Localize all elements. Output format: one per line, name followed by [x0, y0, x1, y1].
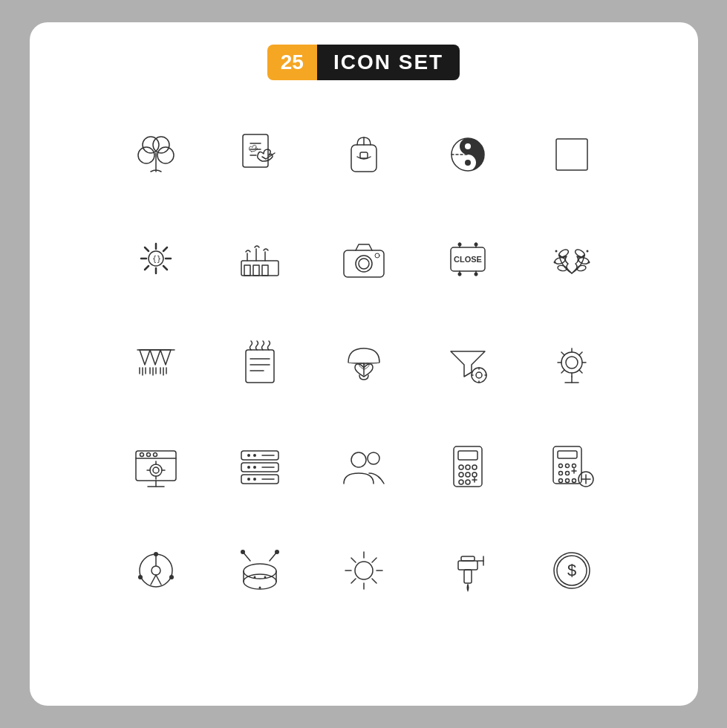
icon-grid: {} — [104, 103, 624, 623]
svg-point-159 — [355, 562, 373, 579]
svg-point-117 — [472, 465, 477, 469]
title: ICON SET — [317, 45, 460, 80]
svg-line-166 — [372, 558, 376, 562]
camera-icon — [312, 207, 416, 311]
svg-marker-52 — [150, 350, 160, 365]
svg-point-120 — [472, 472, 477, 477]
calculator-icon — [416, 415, 520, 519]
svg-point-2 — [138, 147, 154, 163]
svg-point-121 — [459, 480, 463, 484]
wheel-icon — [104, 519, 208, 623]
svg-point-155 — [275, 550, 279, 554]
svg-point-105 — [253, 466, 256, 469]
svg-point-118 — [459, 472, 463, 477]
svg-point-68 — [472, 368, 486, 383]
svg-point-48 — [553, 261, 555, 264]
svg-text:$: $ — [567, 561, 576, 579]
svg-point-3 — [157, 147, 174, 163]
svg-point-14 — [465, 160, 471, 166]
svg-rect-16 — [556, 139, 587, 170]
svg-rect-114 — [458, 451, 477, 460]
svg-point-74 — [566, 357, 578, 368]
svg-point-136 — [572, 479, 576, 483]
svg-point-41 — [573, 248, 585, 259]
svg-rect-22 — [262, 265, 268, 276]
users-icon — [312, 415, 416, 519]
svg-rect-169 — [464, 570, 472, 583]
drum-icon — [208, 519, 312, 623]
svg-point-116 — [466, 465, 470, 469]
svg-line-165 — [372, 579, 376, 583]
svg-line-80 — [561, 352, 564, 355]
svg-point-107 — [253, 478, 256, 481]
svg-point-1 — [153, 137, 169, 153]
svg-point-127 — [558, 464, 562, 468]
calculator-plus-icon — [520, 415, 624, 519]
svg-rect-126 — [558, 451, 577, 458]
svg-point-135 — [565, 479, 569, 483]
svg-point-112 — [368, 452, 379, 464]
svg-point-128 — [565, 464, 569, 468]
svg-point-102 — [247, 454, 250, 457]
svg-point-131 — [565, 472, 569, 475]
svg-rect-21 — [253, 265, 259, 276]
svg-point-49 — [587, 261, 590, 264]
svg-point-129 — [572, 464, 576, 468]
svg-rect-26 — [344, 250, 384, 277]
svg-marker-53 — [160, 350, 171, 365]
svg-point-141 — [151, 566, 160, 575]
svg-rect-63 — [246, 350, 274, 383]
square-icon — [520, 103, 624, 207]
svg-line-83 — [579, 370, 582, 373]
svg-text:{}: {} — [152, 255, 161, 263]
svg-point-73 — [476, 372, 482, 378]
umbrella-heart-icon — [312, 311, 416, 415]
svg-rect-19 — [241, 261, 278, 276]
svg-point-42 — [554, 256, 566, 264]
svg-point-28 — [359, 259, 369, 269]
svg-point-0 — [143, 137, 159, 153]
laurel-icon — [520, 207, 624, 311]
svg-point-29 — [375, 253, 379, 258]
svg-rect-10 — [360, 152, 368, 158]
header: 25 ICON SET — [267, 45, 460, 80]
svg-point-104 — [247, 466, 250, 469]
code-settings-icon: {} — [104, 207, 208, 311]
svg-point-90 — [153, 453, 157, 457]
svg-point-158 — [258, 587, 261, 589]
svg-point-156 — [253, 576, 255, 579]
svg-point-147 — [169, 575, 174, 579]
yin-yang-icon — [416, 103, 520, 207]
sun-icon — [312, 519, 416, 623]
svg-point-13 — [465, 143, 471, 149]
svg-point-157 — [264, 576, 266, 579]
svg-point-93 — [150, 464, 162, 476]
dollar-coin-icon: $ — [520, 519, 624, 623]
web-settings-icon — [104, 415, 208, 519]
svg-line-82 — [561, 370, 564, 373]
svg-point-153 — [241, 550, 245, 554]
svg-point-47 — [586, 250, 588, 253]
svg-line-144 — [156, 575, 161, 585]
svg-marker-51 — [140, 350, 150, 365]
faucet-icon — [416, 519, 520, 623]
svg-text:CLOSE: CLOSE — [454, 255, 482, 264]
svg-line-81 — [579, 352, 582, 355]
svg-point-122 — [466, 480, 470, 484]
svg-point-46 — [555, 250, 557, 253]
microphone-icon — [520, 311, 624, 415]
svg-point-146 — [138, 575, 143, 579]
svg-line-143 — [151, 575, 156, 585]
svg-point-130 — [558, 472, 562, 475]
badge-number: 25 — [267, 45, 317, 80]
svg-point-134 — [558, 479, 562, 483]
server-icon — [208, 415, 312, 519]
svg-line-167 — [351, 579, 356, 583]
backpack-icon — [312, 103, 416, 207]
svg-point-115 — [459, 465, 463, 469]
svg-point-89 — [146, 453, 150, 457]
clover-icon — [104, 103, 208, 207]
svg-point-119 — [466, 472, 470, 477]
svg-point-88 — [140, 453, 143, 457]
svg-point-40 — [557, 248, 569, 259]
